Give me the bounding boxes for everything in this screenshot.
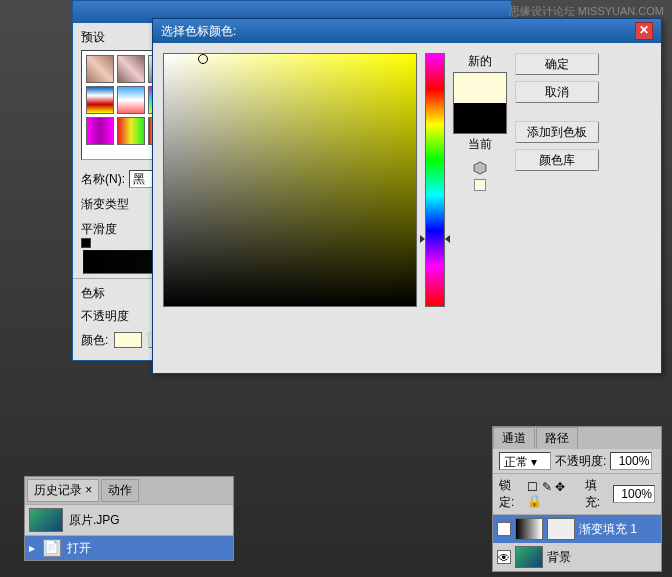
history-step-open[interactable]: ▸ 📄 打开	[25, 535, 233, 560]
snapshot-thumb	[29, 508, 63, 532]
layer-thumb-bg	[515, 546, 543, 568]
channels-tab[interactable]: 通道	[493, 427, 535, 449]
layer-gradient-fill[interactable]: 👁 渐变填充 1	[493, 515, 661, 543]
new-current-swatch[interactable]	[453, 72, 507, 134]
visibility-toggle-bg[interactable]: 👁	[497, 550, 511, 564]
gradient-type-label: 渐变类型	[81, 196, 129, 213]
color-label: 颜色:	[81, 332, 108, 349]
layer-background[interactable]: 👁 背景	[493, 543, 661, 571]
add-to-swatches-button[interactable]: 添加到色板	[515, 121, 599, 143]
visibility-toggle[interactable]: 👁	[497, 522, 511, 536]
watermark-text: 思缘设计论坛 MISSYUAN.COM	[509, 4, 664, 19]
cube-icon	[473, 161, 487, 175]
gamut-warning-swatch[interactable]	[474, 179, 486, 191]
open-step-icon: 📄	[43, 539, 61, 557]
history-tab[interactable]: 历史记录 ×	[27, 479, 99, 502]
saturation-value-field[interactable]	[163, 53, 417, 307]
hue-slider[interactable]	[425, 53, 445, 307]
open-step-label: 打开	[67, 540, 91, 557]
layer-name-gradient: 渐变填充 1	[579, 521, 637, 538]
lock-icons[interactable]: ☐ ✎ ✥ 🔒	[527, 480, 577, 508]
tab-close-icon[interactable]: ×	[85, 483, 92, 497]
ok-button[interactable]: 确定	[515, 53, 599, 75]
color-picker-title: 选择色标颜色:	[161, 23, 236, 40]
color-stops-label: 色标	[81, 286, 105, 300]
layer-thumb-gradient	[515, 518, 543, 540]
new-color-half	[454, 73, 506, 103]
right-panels: 通道 路径 正常 ▾ 不透明度: 锁定: ☐ ✎ ✥ 🔒 填充: 👁 渐变填充 …	[492, 426, 662, 572]
current-color-label: 当前	[468, 136, 492, 153]
smoothness-label: 平滑度	[81, 221, 117, 238]
history-panel: 历史记录 × 动作 原片.JPG ▸ 📄 打开	[24, 476, 234, 561]
fill-label: 填充:	[585, 477, 609, 511]
stop-color-swatch[interactable]	[114, 332, 142, 348]
opacity-input[interactable]	[610, 452, 652, 470]
name-label: 名称(N):	[81, 171, 125, 188]
layer-mask-thumb	[547, 518, 575, 540]
cancel-button[interactable]: 取消	[515, 81, 599, 103]
opacity-label: 不透明度:	[555, 453, 606, 470]
snapshot-name: 原片.JPG	[69, 512, 120, 529]
current-color-half	[454, 103, 506, 133]
actions-tab[interactable]: 动作	[101, 479, 139, 502]
opacity-stop-label: 不透明度	[81, 308, 129, 325]
color-picker-dialog: 选择色标颜色: ✕ 新的 当前 确定 取消 添加到色板 颜色库	[152, 18, 662, 374]
gradient-stop-handle[interactable]	[81, 238, 91, 248]
color-libraries-button[interactable]: 颜色库	[515, 149, 599, 171]
layer-name-bg: 背景	[547, 549, 571, 566]
paths-tab[interactable]: 路径	[536, 427, 578, 449]
lock-label: 锁定:	[499, 477, 523, 511]
history-snapshot-row[interactable]: 原片.JPG	[25, 504, 233, 535]
fill-input[interactable]	[613, 485, 655, 503]
sv-cursor[interactable]	[198, 54, 208, 64]
close-button[interactable]: ✕	[635, 22, 653, 40]
new-color-label: 新的	[468, 53, 492, 70]
blend-mode-dropdown[interactable]: 正常 ▾	[499, 452, 551, 470]
svg-marker-0	[474, 162, 486, 174]
